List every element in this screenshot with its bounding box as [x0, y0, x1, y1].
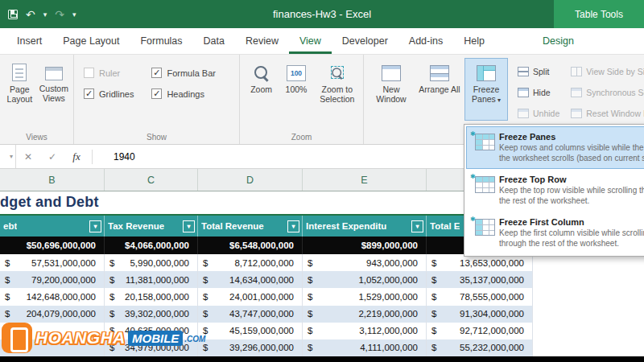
empty-cell[interactable] — [533, 288, 644, 305]
menu-item-description: the rest of the worksheet. — [499, 196, 644, 207]
table-cell[interactable]: $45,159,000,000 — [198, 323, 303, 339]
save-icon[interactable] — [8, 10, 18, 19]
column-header-d[interactable]: D — [198, 169, 303, 191]
column-header-e[interactable]: E — [303, 169, 427, 191]
table-cell[interactable]: $91,304,000,000 — [427, 306, 533, 323]
table-cell[interactable]: $35,137,000,000 — [427, 271, 533, 288]
custom-views-button[interactable]: Custom Views — [37, 58, 71, 121]
menu-item-freeze-first-column[interactable]: ✱ Freeze First Column Keep the first col… — [466, 212, 644, 254]
tab-formulas[interactable]: Formulas — [130, 28, 192, 54]
table-row[interactable]: $57,531,000,000$5,990,000,000$8,712,000,… — [0, 254, 644, 271]
table-cell[interactable]: $39,302,000,000 — [105, 306, 198, 323]
table-cell[interactable]: $204,079,000,000 — [0, 306, 105, 323]
ruler-checkbox[interactable]: Ruler — [84, 68, 134, 78]
menu-item-description: Keep the top row visible while scrolling… — [499, 186, 644, 196]
headings-checkbox[interactable]: ✓ Headings — [151, 88, 216, 99]
page-layout-button[interactable]: Page Layout — [4, 58, 35, 121]
unhide-button[interactable]: Unhide — [515, 104, 562, 122]
menu-item-freeze-panes[interactable]: ✱ Freeze Panes Keep rows and columns vis… — [466, 126, 644, 169]
table-cell[interactable]: $24,001,000,000 — [198, 288, 303, 305]
table-cell[interactable]: $5,990,000,000 — [105, 254, 198, 271]
menu-item-freeze-top-row[interactable]: ✱ Freeze Top Row Keep the top row visibl… — [466, 169, 644, 212]
redo-icon[interactable]: ↷ — [55, 9, 64, 20]
table-cell[interactable]: $4,066,000,000 — [105, 237, 198, 254]
split-button[interactable]: Split — [515, 62, 562, 80]
formula-input[interactable]: 1940 — [96, 151, 135, 162]
undo-icon[interactable]: ↶ — [26, 9, 35, 20]
tab-design[interactable]: Design — [532, 28, 584, 54]
table-cell[interactable]: $4,111,000,000 — [303, 339, 427, 356]
header-total-revenue[interactable]: Total Revenue ▾ — [198, 216, 303, 237]
table-cell[interactable]: $57,531,000,000 — [0, 254, 105, 271]
table-cell[interactable]: $78,555,000,000 — [427, 288, 533, 305]
table-cell[interactable]: $55,232,000,000 — [427, 339, 533, 356]
table-cell[interactable]: $39,296,000,000 — [198, 339, 303, 356]
table-cell[interactable]: $92,712,000,000 — [427, 323, 533, 339]
table-cell[interactable]: $6,548,000,000 — [198, 237, 303, 254]
enter-button[interactable]: ✓ — [40, 151, 64, 162]
tab-insert[interactable]: Insert — [6, 28, 52, 54]
filter-button[interactable]: ▾ — [183, 220, 195, 232]
arrange-all-button[interactable]: Arrange All — [416, 58, 463, 121]
empty-cell[interactable] — [533, 254, 644, 271]
table-cell[interactable]: $1,529,000,000 — [303, 288, 427, 305]
new-window-button[interactable]: New Window — [368, 58, 415, 121]
tab-data[interactable]: Data — [193, 28, 235, 54]
tab-developer[interactable]: Developer — [332, 28, 398, 54]
table-cell[interactable]: $50,696,000,000 — [0, 237, 105, 254]
reset-window-position-button[interactable]: Reset Window Position — [568, 104, 644, 122]
hide-button[interactable]: Hide — [515, 83, 562, 101]
table-row[interactable]: $142,648,000,000$20,158,000,000$24,001,0… — [0, 288, 644, 305]
table-cell[interactable]: $2,219,000,000 — [303, 306, 427, 323]
watermark-logo: HOANGHA MOBILE .COM — [2, 321, 205, 355]
formula-bar-checkbox[interactable]: ✓ Formula Bar — [151, 68, 216, 78]
table-cell[interactable]: $3,112,000,000 — [303, 323, 427, 339]
tab-help[interactable]: Help — [453, 28, 495, 54]
undo-dropdown-icon[interactable]: ▾ — [43, 10, 47, 19]
zoom-to-selection-button[interactable]: Zoom to Selection — [314, 58, 361, 121]
tab-page-layout[interactable]: Page Layout — [52, 28, 130, 54]
table-row[interactable]: $204,079,000,000$39,302,000,000$43,747,0… — [0, 306, 644, 323]
zoom-100-button[interactable]: 100 100% — [280, 58, 312, 121]
column-header-b[interactable]: B — [0, 169, 105, 191]
tab-add-ins[interactable]: Add-ins — [398, 28, 453, 54]
table-cell[interactable]: $43,747,000,000 — [198, 306, 303, 323]
cancel-button[interactable]: ✕ — [16, 151, 40, 162]
table-cell[interactable]: $943,000,000 — [303, 254, 427, 271]
filter-button[interactable]: ▾ — [411, 220, 423, 232]
tab-view[interactable]: View — [289, 28, 332, 54]
empty-cell[interactable] — [533, 323, 644, 339]
zoom-button[interactable]: Zoom — [244, 58, 279, 121]
table-cell[interactable]: $79,200,000,000 — [0, 271, 105, 288]
freeze-panes-button[interactable]: Freeze Panes▾ — [464, 58, 508, 121]
qat-customize-icon[interactable]: ▾ — [72, 10, 76, 19]
table-cell[interactable]: $142,648,000,000 — [0, 288, 105, 305]
sheet-title[interactable]: dget and Debt — [0, 194, 99, 211]
table-cell[interactable]: $13,653,000,000 — [427, 254, 533, 271]
filter-button[interactable]: ▾ — [89, 220, 101, 232]
header-interest-expenditure[interactable]: Interest Expenditu ▾ — [303, 216, 427, 237]
tab-review[interactable]: Review — [235, 28, 289, 54]
name-box[interactable]: ▾ — [0, 145, 16, 168]
filter-button[interactable]: ▾ — [287, 220, 299, 232]
insert-function-button[interactable]: fx — [64, 150, 89, 163]
header-debt[interactable]: ebt ▾ — [0, 216, 105, 237]
column-header-c[interactable]: C — [105, 169, 198, 191]
empty-cell[interactable] — [533, 271, 644, 288]
gridlines-checkbox[interactable]: ✓ Gridlines — [84, 88, 134, 99]
table-cell[interactable]: $20,158,000,000 — [105, 288, 198, 305]
table-cell[interactable]: $8,712,000,000 — [198, 254, 303, 271]
freeze-first-column-icon: ✱ — [470, 216, 499, 250]
empty-cell[interactable] — [533, 339, 644, 356]
formula-bar-label: Formula Bar — [167, 68, 216, 78]
table-row[interactable]: $79,200,000,000$11,381,000,000$14,634,00… — [0, 271, 644, 288]
empty-cell[interactable] — [533, 306, 644, 323]
view-side-by-side-button[interactable]: View Side by Side — [568, 62, 644, 80]
table-cell[interactable]: $11,381,000,000 — [105, 271, 198, 288]
name-box-caret-icon: ▾ — [10, 153, 13, 160]
table-cell[interactable]: $899,000,000 — [303, 237, 427, 254]
table-cell[interactable]: $1,052,000,000 — [303, 271, 427, 288]
synchronous-scrolling-button[interactable]: Synchronous Scrolling — [568, 83, 644, 101]
header-tax-revenue[interactable]: Tax Revenue ▾ — [105, 216, 198, 237]
table-cell[interactable]: $14,634,000,000 — [198, 271, 303, 288]
